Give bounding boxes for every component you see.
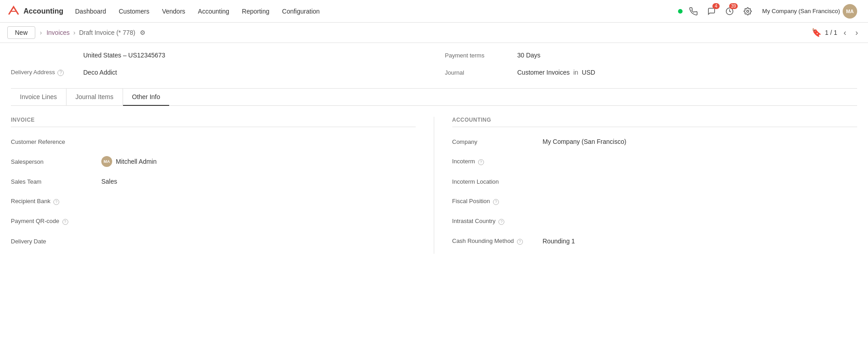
delivery-address-label: Delivery Address ? xyxy=(11,69,83,76)
field-row-payment-terms: Payment terms 30 Days xyxy=(445,48,858,62)
nav-menu: Dashboard Customers Vendors Accounting R… xyxy=(69,0,676,23)
address-line: United States – US12345673 xyxy=(83,52,165,59)
nav-menu-item-dashboard[interactable]: Dashboard xyxy=(69,0,113,23)
tab-invoice-lines[interactable]: Invoice Lines xyxy=(11,89,66,106)
invoice-section-title: INVOICE xyxy=(11,117,416,127)
form-row-sales-team: Sales Team Sales xyxy=(11,174,416,189)
incoterm-label: Incoterm ? xyxy=(452,158,543,165)
tab-other-info[interactable]: Other Info xyxy=(123,89,169,106)
tab-journal-items[interactable]: Journal Items xyxy=(66,89,123,106)
intrastat-country-help-icon[interactable]: ? xyxy=(498,219,504,225)
activity-badge: 39 xyxy=(729,3,738,9)
company-name: My Company (San Francisco) xyxy=(762,8,840,14)
delivery-address-value[interactable]: Deco Addict xyxy=(83,69,117,76)
settings-icon-btn[interactable] xyxy=(740,4,755,19)
payment-terms-label: Payment terms xyxy=(445,52,517,59)
company-label: Company xyxy=(452,138,543,145)
top-nav: Accounting Dashboard Customers Vendors A… xyxy=(0,0,868,23)
salesperson-value: MA Mitchell Admin xyxy=(101,156,157,167)
accounting-section: ACCOUNTING Company My Company (San Franc… xyxy=(434,117,858,254)
payment-qr-label: Payment QR-code ? xyxy=(11,218,101,224)
form-row-incoterm: Incoterm ? xyxy=(452,154,858,169)
status-indicator xyxy=(678,9,683,14)
bookmark-icon[interactable]: 🔖 xyxy=(811,28,821,38)
recipient-bank-label: Recipient Bank ? xyxy=(11,198,101,204)
breadcrumb-sep2: › xyxy=(73,29,76,36)
form-row-cash-rounding: Cash Rounding Method ? Rounding 1 xyxy=(452,234,858,248)
nav-logo[interactable]: Accounting xyxy=(7,5,63,18)
field-row-address: United States – US12345673 xyxy=(11,48,423,62)
gear-icon-btn[interactable]: ⚙ xyxy=(140,29,146,36)
cash-rounding-label: Cash Rounding Method ? xyxy=(452,238,543,244)
main-content: United States – US12345673 Delivery Addr… xyxy=(0,43,868,265)
breadcrumb-parent-link[interactable]: Invoices xyxy=(47,29,70,36)
payment-qr-help-icon[interactable]: ? xyxy=(62,219,68,225)
company-value[interactable]: My Company (San Francisco) xyxy=(543,138,626,145)
other-info-content: INVOICE Customer Reference Salesperson M… xyxy=(11,106,857,265)
next-record-button[interactable]: › xyxy=(853,27,861,38)
toolbar-right: 🔖 1 / 1 ‹ › xyxy=(811,27,861,38)
form-row-company: Company My Company (San Francisco) xyxy=(452,134,858,149)
form-row-customer-reference: Customer Reference xyxy=(11,134,416,149)
messages-icon-btn[interactable]: 4 xyxy=(704,4,719,19)
accounting-section-title: ACCOUNTING xyxy=(452,117,858,127)
salesperson-avatar: MA xyxy=(101,156,112,167)
payment-terms-value[interactable]: 30 Days xyxy=(517,52,541,59)
phone-icon xyxy=(689,7,697,15)
form-row-recipient-bank: Recipient Bank ? xyxy=(11,194,416,209)
customer-reference-label: Customer Reference xyxy=(11,138,101,145)
tabs-container: Invoice Lines Journal Items Other Info xyxy=(11,89,857,106)
new-button[interactable]: New xyxy=(7,26,35,39)
cash-rounding-help-icon[interactable]: ? xyxy=(517,239,523,245)
form-row-intrastat-country: Intrastat Country ? xyxy=(452,214,858,228)
activity-icon-btn[interactable]: 39 xyxy=(722,4,737,19)
nav-menu-item-configuration[interactable]: Configuration xyxy=(276,0,326,23)
sales-team-value[interactable]: Sales xyxy=(101,178,117,185)
nav-menu-item-vendors[interactable]: Vendors xyxy=(156,0,191,23)
phone-icon-btn[interactable] xyxy=(686,4,701,19)
prev-record-button[interactable]: ‹ xyxy=(841,27,849,38)
breadcrumb-separator: › xyxy=(40,29,42,36)
fiscal-position-label: Fiscal Position ? xyxy=(452,198,543,204)
form-row-incoterm-location: Incoterm Location xyxy=(452,174,858,189)
form-row-delivery-date: Delivery Date xyxy=(11,234,416,248)
company-selector[interactable]: My Company (San Francisco) MA xyxy=(759,4,861,19)
header-fields: United States – US12345673 Delivery Addr… xyxy=(11,43,857,89)
journal-value[interactable]: Customer Invoices xyxy=(517,69,570,76)
toolbar: New › Invoices › Draft Invoice (* 778) ⚙… xyxy=(0,23,868,43)
messages-badge: 4 xyxy=(712,3,720,9)
form-row-fiscal-position: Fiscal Position ? xyxy=(452,194,858,209)
journal-in: in xyxy=(573,69,578,76)
incoterm-help-icon[interactable]: ? xyxy=(478,159,484,165)
form-row-salesperson: Salesperson MA Mitchell Admin xyxy=(11,154,416,169)
salesperson-label: Salesperson xyxy=(11,158,101,165)
header-left: United States – US12345673 Delivery Addr… xyxy=(11,48,434,83)
intrastat-country-label: Intrastat Country ? xyxy=(452,218,543,224)
user-avatar: MA xyxy=(843,4,857,19)
invoice-section: INVOICE Customer Reference Salesperson M… xyxy=(11,117,434,254)
recipient-bank-help-icon[interactable]: ? xyxy=(53,199,59,205)
nav-right: 4 39 My Company (San Francisco) MA xyxy=(678,4,861,19)
journal-currency: USD xyxy=(582,69,595,76)
fiscal-position-help-icon[interactable]: ? xyxy=(493,199,499,205)
form-row-payment-qr: Payment QR-code ? xyxy=(11,214,416,228)
customer-reference-value[interactable] xyxy=(101,142,416,142)
journal-label: Journal xyxy=(445,69,517,76)
incoterm-location-label: Incoterm Location xyxy=(452,178,543,185)
nav-menu-item-customers[interactable]: Customers xyxy=(113,0,156,23)
breadcrumb-current: Draft Invoice (* 778) xyxy=(79,29,136,36)
field-row-journal: Journal Customer Invoices in USD xyxy=(445,66,858,79)
app-logo-icon xyxy=(7,5,20,18)
nav-menu-item-reporting[interactable]: Reporting xyxy=(236,0,276,23)
salesperson-name[interactable]: Mitchell Admin xyxy=(116,158,157,165)
cash-rounding-value[interactable]: Rounding 1 xyxy=(543,238,575,245)
settings-icon xyxy=(744,7,752,15)
nav-menu-item-accounting[interactable]: Accounting xyxy=(192,0,236,23)
pagination-display: 1 / 1 xyxy=(825,29,837,36)
sales-team-label: Sales Team xyxy=(11,178,101,185)
app-name: Accounting xyxy=(24,7,63,15)
field-row-delivery: Delivery Address ? Deco Addict xyxy=(11,66,423,79)
delivery-help-icon[interactable]: ? xyxy=(57,70,64,76)
delivery-date-label: Delivery Date xyxy=(11,238,101,245)
two-col-layout: INVOICE Customer Reference Salesperson M… xyxy=(11,117,857,254)
